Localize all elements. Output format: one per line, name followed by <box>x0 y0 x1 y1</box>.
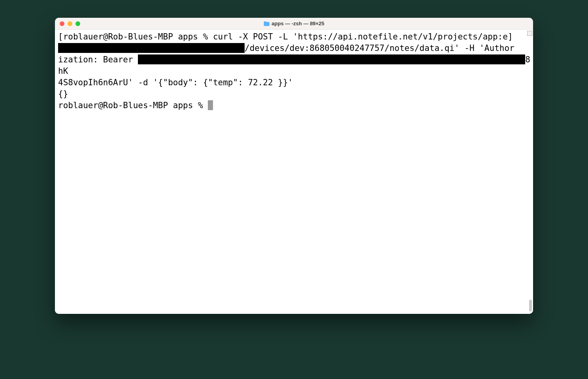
terminal-prompt: roblauer@Rob-Blues-MBP apps % <box>58 101 208 110</box>
terminal-text: 4S8vopIh6n6ArU' -d '{"body": {"temp": 72… <box>58 78 293 87</box>
terminal-window: apps — -zsh — 89×25 [roblauer@Rob-Blues-… <box>55 18 533 314</box>
minimize-button[interactable] <box>68 21 72 26</box>
terminal-text: /devices/dev:868050040247757/notes/data.… <box>245 43 514 53</box>
terminal-body[interactable]: [roblauer@Rob-Blues-MBP apps % curl -X P… <box>55 30 533 314</box>
redacted-bearer-token <box>138 54 525 64</box>
window-controls <box>60 21 80 26</box>
terminal-text: ization: Bearer <box>58 55 138 64</box>
terminal-cursor <box>208 100 213 110</box>
redacted-project-id <box>58 43 245 53</box>
window-title: apps — -zsh — 89×25 <box>55 21 533 26</box>
scrollbar-thumb[interactable] <box>529 300 532 311</box>
titlebar[interactable]: apps — -zsh — 89×25 <box>55 18 533 30</box>
maximize-button[interactable] <box>75 21 80 26</box>
close-button[interactable] <box>60 21 64 26</box>
terminal-text: [roblauer@Rob-Blues-MBP apps % curl -X P… <box>58 32 513 41</box>
window-title-text: apps — -zsh — 89×25 <box>271 21 324 26</box>
scroll-indicator-icon <box>527 31 532 36</box>
scrollbar[interactable] <box>527 30 533 314</box>
folder-icon <box>264 21 270 26</box>
terminal-content[interactable]: [roblauer@Rob-Blues-MBP apps % curl -X P… <box>58 31 531 111</box>
terminal-output: {} <box>58 89 68 99</box>
